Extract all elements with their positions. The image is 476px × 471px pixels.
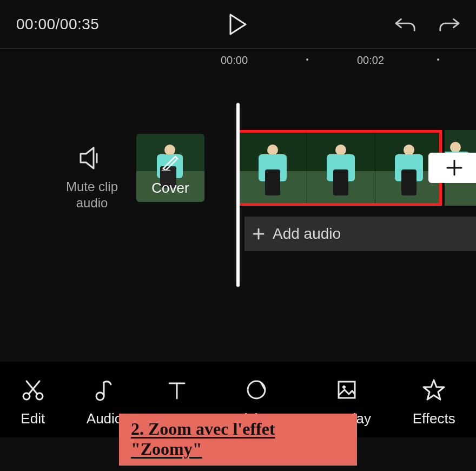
redo-button[interactable]: [438, 14, 460, 35]
mute-clip-audio-button[interactable]: Mute clip audio: [57, 146, 127, 211]
svg-rect-4: [339, 382, 355, 398]
tool-effects[interactable]: Effects: [413, 378, 455, 427]
edit-cover-icon: [161, 154, 180, 171]
svg-point-2: [96, 392, 104, 400]
time-total: 00:35: [60, 16, 100, 32]
play-icon: [228, 14, 248, 35]
image-icon: [335, 378, 359, 402]
scissors-icon: [21, 378, 45, 402]
ruler-dot: [306, 58, 308, 61]
text-icon: [165, 378, 189, 402]
tool-audio[interactable]: Audio: [87, 378, 123, 427]
ruler-tick-0: 00:00: [221, 54, 248, 67]
playhead[interactable]: [236, 103, 240, 287]
tool-label: Audio: [87, 410, 123, 427]
music-note-icon: [92, 378, 116, 402]
plus-icon: [445, 159, 464, 177]
clip-frame: [239, 133, 307, 203]
add-audio-label: Add audio: [273, 225, 341, 243]
plus-icon: [252, 227, 265, 240]
time-display: 00:00/00:35: [16, 16, 99, 33]
cover-label: Cover: [136, 180, 204, 197]
ruler-tick-1: 00:02: [357, 54, 384, 67]
tool-label: Effects: [413, 410, 455, 427]
cover-button[interactable]: Cover: [136, 134, 204, 202]
undo-icon: [395, 15, 416, 34]
undo-button[interactable]: [395, 14, 416, 35]
tutorial-caption: 2. Zoom avec l'effet "Zoomy": [119, 414, 357, 466]
clip-frame: [307, 133, 375, 203]
speaker-icon: [78, 146, 105, 170]
selected-clip[interactable]: [236, 130, 442, 206]
play-button[interactable]: [227, 14, 249, 35]
add-audio-button[interactable]: Add audio: [244, 217, 476, 251]
time-ruler[interactable]: 00:00 00:02: [0, 49, 476, 70]
timeline[interactable]: Mute clip audio Cover Add audio: [0, 103, 476, 319]
add-clip-button[interactable]: [428, 153, 476, 183]
ruler-dot: [437, 58, 439, 61]
time-current: 00:00: [16, 16, 56, 32]
mute-clip-audio-label: Mute clip audio: [57, 179, 127, 211]
history-controls: [395, 14, 460, 35]
sticker-icon: [244, 378, 268, 402]
svg-point-5: [342, 385, 346, 389]
star-icon: [422, 378, 446, 402]
top-bar: 00:00/00:35: [0, 0, 476, 49]
tool-edit[interactable]: Edit: [21, 378, 45, 427]
redo-icon: [438, 15, 460, 34]
tool-label: Edit: [21, 410, 45, 427]
